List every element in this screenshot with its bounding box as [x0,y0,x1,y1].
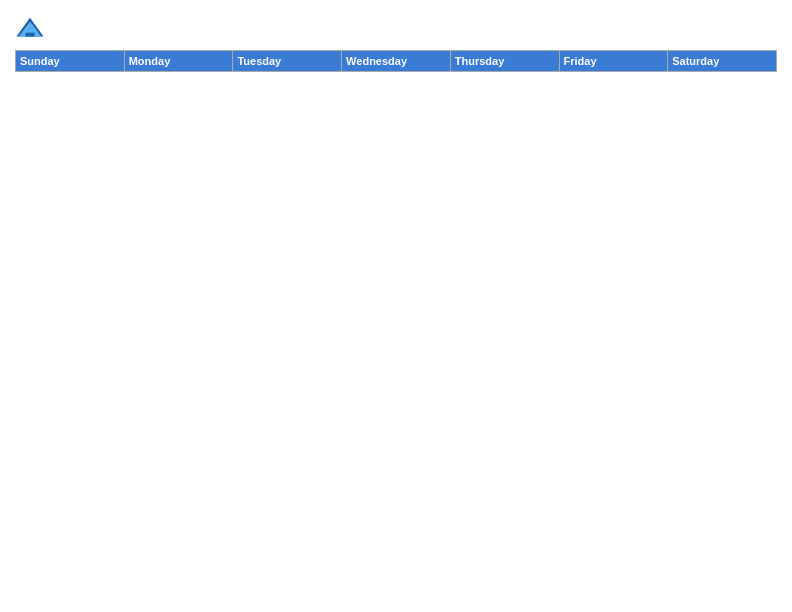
page: SundayMondayTuesdayWednesdayThursdayFrid… [0,0,792,612]
header [15,10,777,44]
calendar-header-friday: Friday [559,51,668,72]
svg-rect-2 [26,33,35,37]
calendar-header-monday: Monday [124,51,233,72]
calendar-header-thursday: Thursday [450,51,559,72]
logo-icon [15,14,45,44]
calendar-header-sunday: Sunday [16,51,125,72]
calendar-header-saturday: Saturday [668,51,777,72]
calendar-header-tuesday: Tuesday [233,51,342,72]
calendar-table: SundayMondayTuesdayWednesdayThursdayFrid… [15,50,777,72]
calendar-header-row: SundayMondayTuesdayWednesdayThursdayFrid… [16,51,777,72]
calendar-header-wednesday: Wednesday [342,51,451,72]
logo [15,14,49,44]
